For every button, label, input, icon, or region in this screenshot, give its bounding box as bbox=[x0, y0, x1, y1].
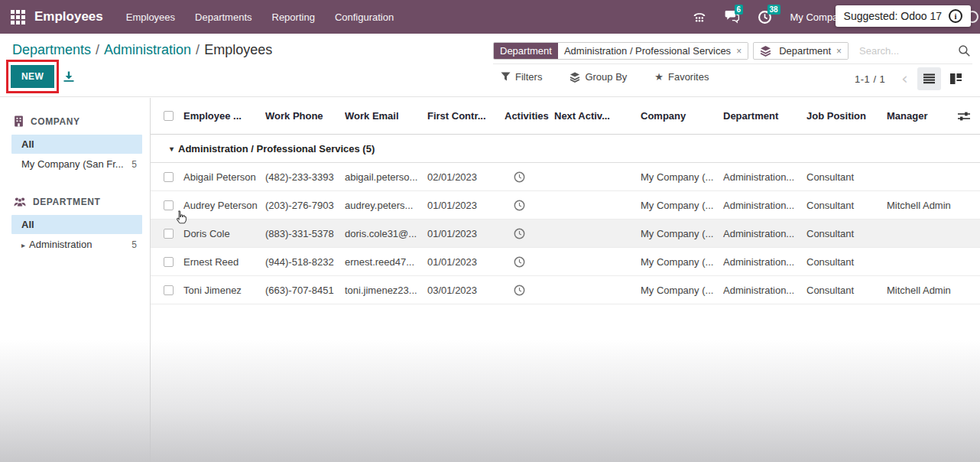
suggested-version-tooltip: Suggested: Odoo 17 i bbox=[836, 5, 971, 27]
table-row[interactable]: Toni Jimenez (663)-707-8451 toni.jimenez… bbox=[151, 276, 980, 304]
company-record-count: 5 bbox=[131, 159, 137, 170]
messages-icon[interactable]: 6 bbox=[725, 10, 739, 24]
search-input[interactable]: Search... bbox=[859, 45, 958, 57]
content-area: COMPANY All My Company (San Fr... 5 DEPA… bbox=[0, 98, 980, 462]
search-icon[interactable] bbox=[958, 44, 971, 57]
facet-value-text: Administration / Professional Services bbox=[564, 45, 731, 57]
list-view-button[interactable] bbox=[917, 67, 941, 90]
filters-button[interactable]: Filters bbox=[501, 71, 542, 83]
group-header-label: Administration / Professional Services (… bbox=[178, 143, 375, 155]
apps-menu-icon[interactable] bbox=[11, 10, 25, 24]
layers-icon bbox=[754, 43, 773, 59]
control-panel: Departments/Administration/Employees Dep… bbox=[0, 34, 980, 97]
breadcrumb-departments[interactable]: Departments bbox=[12, 42, 91, 57]
activity-clock-icon[interactable] bbox=[505, 171, 554, 183]
messages-count-badge: 6 bbox=[735, 5, 744, 15]
collapse-caret-icon[interactable]: ▾ bbox=[151, 145, 178, 153]
sidebar-department-all[interactable]: All bbox=[11, 215, 142, 234]
menu-employees[interactable]: Employees bbox=[126, 11, 175, 23]
pager-prev-icon[interactable]: ‹ bbox=[896, 72, 913, 86]
sidebar-company-my-company[interactable]: My Company (San Fr... 5 bbox=[11, 155, 142, 174]
top-navbar: Employees Employees Departments Reportin… bbox=[0, 0, 980, 34]
optional-columns-icon[interactable] bbox=[957, 111, 980, 122]
facet-label: Department bbox=[494, 43, 558, 59]
sidebar-department-administration[interactable]: ▸Administration 5 bbox=[11, 235, 142, 254]
expand-caret-icon[interactable]: ▸ bbox=[21, 241, 25, 249]
activities-clock-icon[interactable]: 38 bbox=[758, 10, 772, 24]
header-work-phone[interactable]: Work Phone bbox=[265, 110, 345, 122]
activity-clock-icon[interactable] bbox=[505, 228, 554, 239]
table-header-row: Employee ... Work Phone Work Email First… bbox=[151, 98, 980, 135]
breadcrumb-administration[interactable]: Administration bbox=[104, 42, 191, 57]
header-employee[interactable]: Employee ... bbox=[183, 110, 265, 122]
star-icon: ★ bbox=[654, 71, 664, 83]
breadcrumb-current: Employees bbox=[204, 42, 272, 57]
funnel-icon bbox=[501, 72, 511, 82]
row-checkbox[interactable] bbox=[164, 229, 174, 239]
search-option-buttons: Filters Group By ★ Favorites bbox=[501, 71, 709, 83]
header-activities[interactable]: Activities bbox=[505, 110, 554, 122]
row-checkbox[interactable] bbox=[164, 285, 174, 295]
download-icon[interactable] bbox=[63, 70, 75, 83]
search-bar[interactable]: Department Administration / Professional… bbox=[493, 38, 972, 64]
building-icon bbox=[14, 116, 24, 127]
new-button[interactable]: NEW bbox=[11, 65, 54, 88]
activity-clock-icon[interactable] bbox=[505, 256, 554, 268]
filter-sidebar: COMPANY All My Company (San Fr... 5 DEPA… bbox=[0, 98, 151, 462]
annotation-highlight-box: NEW bbox=[6, 60, 59, 93]
info-icon[interactable]: i bbox=[949, 9, 962, 23]
activities-count-badge: 38 bbox=[767, 5, 780, 15]
header-work-email[interactable]: Work Email bbox=[345, 110, 427, 122]
header-manager[interactable]: Manager bbox=[887, 110, 957, 122]
table-row[interactable]: Audrey Peterson (203)-276-7903 audrey.pe… bbox=[151, 191, 980, 220]
header-first-contract[interactable]: First Contr... bbox=[427, 110, 505, 122]
facet-value-text: Department bbox=[779, 45, 831, 57]
table-row[interactable]: Doris Cole (883)-331-5378 doris.cole31@.… bbox=[151, 220, 980, 248]
header-job-position[interactable]: Job Position bbox=[806, 110, 887, 122]
department-section-title: DEPARTMENT bbox=[0, 191, 150, 214]
search-facet-department-filter: Department Administration / Professional… bbox=[493, 42, 748, 60]
menu-departments[interactable]: Departments bbox=[195, 11, 251, 23]
company-section-title: COMPANY bbox=[0, 110, 150, 134]
list-view-icon bbox=[923, 73, 935, 84]
facet-remove-icon[interactable]: × bbox=[836, 46, 842, 57]
menu-reporting[interactable]: Reporting bbox=[272, 11, 315, 23]
group-by-button[interactable]: Group By bbox=[570, 71, 627, 83]
header-department[interactable]: Department bbox=[723, 110, 806, 122]
team-icon bbox=[14, 197, 26, 207]
header-company[interactable]: Company bbox=[641, 110, 723, 122]
row-checkbox[interactable] bbox=[164, 200, 174, 210]
kanban-view-icon bbox=[950, 73, 962, 84]
table-row[interactable]: Ernest Reed (944)-518-8232 ernest.reed47… bbox=[151, 248, 980, 276]
tooltip-text: Suggested: Odoo 17 bbox=[844, 10, 942, 22]
pager-count: 1-1 / 1 bbox=[855, 73, 885, 85]
sidebar-company-all[interactable]: All bbox=[11, 135, 142, 154]
activity-clock-icon[interactable] bbox=[505, 200, 554, 211]
phone-icon[interactable] bbox=[693, 10, 706, 24]
list-view: Employee ... Work Phone Work Email First… bbox=[151, 98, 980, 462]
row-checkbox[interactable] bbox=[164, 172, 174, 182]
kanban-view-button[interactable] bbox=[944, 67, 968, 90]
row-checkbox[interactable] bbox=[164, 257, 174, 267]
department-record-count: 5 bbox=[131, 239, 137, 250]
search-facet-groupby-department: Department × bbox=[753, 42, 849, 60]
activity-clock-icon[interactable] bbox=[505, 285, 554, 296]
favorites-button[interactable]: ★ Favorites bbox=[654, 71, 709, 83]
breadcrumb: Departments/Administration/Employees bbox=[12, 42, 272, 58]
header-next-activity[interactable]: Next Activ... bbox=[554, 110, 641, 122]
select-all-checkbox[interactable] bbox=[164, 111, 174, 121]
view-switcher bbox=[917, 67, 968, 90]
menu-configuration[interactable]: Configuration bbox=[335, 11, 394, 23]
app-title[interactable]: Employees bbox=[34, 9, 103, 24]
layers-icon bbox=[570, 72, 580, 83]
table-row[interactable]: Abigail Peterson (482)-233-3393 abigail.… bbox=[151, 163, 980, 191]
facet-remove-icon[interactable]: × bbox=[736, 46, 741, 57]
group-header-row[interactable]: ▾ Administration / Professional Services… bbox=[151, 135, 980, 163]
